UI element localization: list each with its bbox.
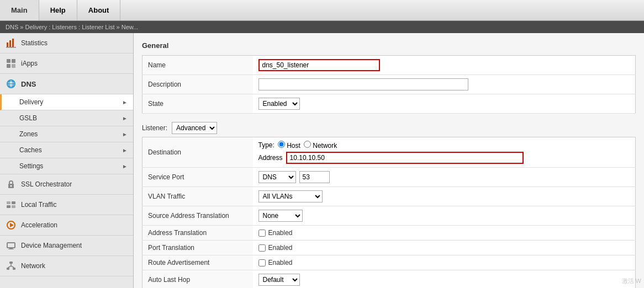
address-row: Address — [258, 152, 630, 164]
top-menu: Main Help About — [0, 0, 644, 21]
zones-chevron: ► — [122, 131, 128, 137]
sidebar-item-dns[interactable]: DNS — [0, 74, 133, 94]
source-addr-translation-select[interactable]: None Auto Map SNAT — [258, 210, 303, 222]
sidebar-item-settings[interactable]: Settings ► — [0, 158, 133, 174]
svg-rect-25 — [7, 268, 9, 270]
chart-icon — [6, 38, 17, 49]
port-translation-row: Port Translation Enabled — [142, 241, 636, 255]
state-select[interactable]: Enabled Disabled — [258, 98, 300, 110]
route-advertisement-row: Route Advertisement Enabled — [142, 255, 636, 270]
svg-rect-16 — [12, 201, 15, 204]
svg-rect-22 — [9, 248, 13, 249]
port-translation-checkbox[interactable] — [258, 244, 266, 252]
svg-line-29 — [11, 266, 14, 268]
iapps-label: iApps — [21, 60, 38, 67]
svg-rect-4 — [7, 59, 10, 63]
network-radio-label: Network — [304, 141, 337, 150]
breadcrumb: DNS » Delivery : Listeners : Listener Li… — [0, 21, 644, 33]
route-advertisement-checkbox-label: Enabled — [268, 259, 293, 266]
svg-rect-0 — [7, 42, 8, 47]
svg-rect-6 — [7, 64, 10, 68]
port-translation-checkbox-row: Enabled — [258, 244, 630, 252]
acceleration-label: Acceleration — [21, 221, 57, 229]
svg-rect-15 — [7, 201, 10, 204]
name-row: Name — [142, 56, 636, 75]
sidebar-item-delivery[interactable]: Delivery ► — [0, 94, 133, 110]
listener-mode-select[interactable]: Advanced Basic — [172, 122, 217, 134]
svg-rect-24 — [9, 262, 13, 264]
sidebar-item-acceleration[interactable]: Acceleration — [0, 215, 133, 236]
svg-rect-18 — [12, 205, 15, 208]
address-translation-checkbox-row: Enabled — [258, 229, 630, 237]
service-port-fields: DNS HTTP HTTPS — [258, 171, 630, 183]
state-label: State — [142, 94, 253, 114]
svg-rect-2 — [12, 39, 14, 47]
address-input[interactable] — [286, 152, 524, 164]
sidebar-item-local-traffic[interactable]: Local Traffic — [0, 195, 133, 215]
name-input[interactable] — [258, 59, 380, 71]
watermark: 激活 W — [622, 277, 641, 285]
service-port-label: Service Port — [142, 168, 253, 187]
vlan-traffic-select[interactable]: All VLANs Enabled VLANs Disabled VLANs — [258, 190, 323, 202]
source-addr-translation-label: Source Address Translation — [142, 206, 253, 226]
service-port-row: Service Port DNS HTTP HTTPS — [142, 168, 636, 187]
destination-row: Destination Type: Host Network — [142, 137, 636, 168]
name-label: Name — [142, 56, 253, 75]
delivery-label: Delivery — [19, 98, 43, 106]
address-translation-label: Address Translation — [142, 226, 253, 241]
ssl-label: SSL Orchestrator — [21, 180, 72, 188]
globe-icon — [6, 78, 17, 89]
gslb-chevron: ► — [122, 115, 128, 121]
content-area: General Name Description State Enabled — [134, 33, 644, 288]
host-radio-text: Host — [287, 142, 300, 150]
caches-chevron: ► — [122, 147, 128, 153]
description-input[interactable] — [258, 78, 468, 90]
listener-header: Listener: Advanced Basic — [142, 122, 636, 134]
host-radio[interactable] — [278, 141, 285, 148]
lock-icon — [6, 179, 17, 190]
network-radio-text: Network — [313, 142, 337, 150]
network-radio[interactable] — [304, 141, 311, 148]
settings-chevron: ► — [122, 163, 128, 169]
sidebar-item-statistics[interactable]: Statistics — [0, 33, 133, 54]
sidebar-item-zones[interactable]: Zones ► — [0, 126, 133, 142]
sidebar-item-device-mgmt[interactable]: Device Management — [0, 236, 133, 256]
sidebar-item-caches[interactable]: Caches ► — [0, 142, 133, 158]
svg-rect-5 — [12, 59, 15, 63]
svg-rect-23 — [8, 249, 14, 249]
vlan-traffic-row: VLAN Traffic All VLANs Enabled VLANs Dis… — [142, 187, 636, 206]
port-input[interactable] — [299, 171, 330, 183]
auto-last-hop-row: Auto Last Hop Default Enabled Disabled — [142, 270, 636, 289]
service-port-protocol-select[interactable]: DNS HTTP HTTPS — [258, 171, 296, 183]
auto-last-hop-select[interactable]: Default Enabled Disabled — [258, 274, 300, 286]
device-mgmt-icon — [6, 240, 17, 251]
address-label: Address — [258, 154, 283, 162]
network-label: Network — [21, 262, 45, 270]
route-advertisement-checkbox[interactable] — [258, 259, 266, 266]
description-row: Description — [142, 75, 636, 94]
sidebar-item-gslb[interactable]: GSLB ► — [0, 110, 133, 126]
zones-label: Zones — [19, 130, 38, 138]
general-section-title: General — [142, 41, 636, 50]
acceleration-icon — [6, 220, 17, 231]
svg-rect-3 — [6, 47, 16, 48]
delivery-chevron: ► — [122, 99, 128, 105]
caches-label: Caches — [19, 146, 42, 154]
sidebar-item-ssl[interactable]: SSL Orchestrator — [0, 174, 133, 195]
menu-main[interactable]: Main — [0, 0, 39, 20]
state-row: State Enabled Disabled — [142, 94, 636, 114]
address-translation-checkbox[interactable] — [258, 230, 266, 237]
port-translation-checkbox-label: Enabled — [268, 244, 293, 252]
sidebar-item-network[interactable]: Network — [0, 256, 133, 276]
sidebar-item-iapps[interactable]: iApps — [0, 54, 133, 74]
device-mgmt-label: Device Management — [21, 242, 82, 249]
local-traffic-icon — [6, 199, 17, 210]
menu-about[interactable]: About — [77, 0, 121, 20]
menu-help[interactable]: Help — [39, 0, 77, 20]
breadcrumb-text: DNS » Delivery : Listeners : Listener Li… — [6, 24, 138, 30]
route-advertisement-checkbox-row: Enabled — [258, 259, 630, 266]
settings-label: Settings — [19, 162, 43, 170]
type-label: Type: — [258, 141, 275, 149]
vlan-traffic-label: VLAN Traffic — [142, 187, 253, 206]
svg-rect-26 — [13, 268, 15, 270]
